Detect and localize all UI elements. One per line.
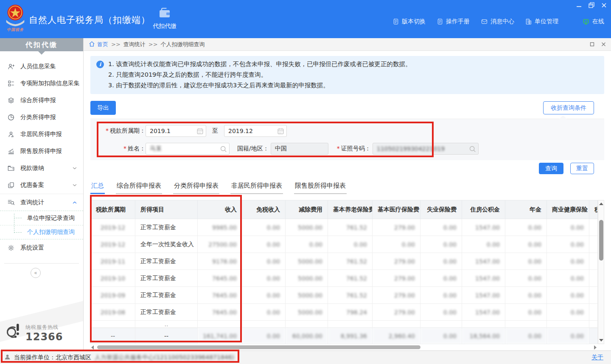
panel-maximize-icon[interactable]: [590, 42, 594, 47]
tab-2[interactable]: 分类所得申报表: [173, 182, 219, 194]
search-list-icon: [7, 199, 15, 206]
tab-4[interactable]: 限售股所得申报表: [294, 182, 347, 194]
panel-close-icon[interactable]: [601, 42, 606, 47]
minimize-icon[interactable]: [576, 3, 582, 8]
horizontal-scroll-thumb[interactable]: [97, 345, 420, 349]
result-tabs: 汇总综合所得申报表分类所得申报表非居民所得申报表限售股所得申报表: [90, 182, 604, 194]
table-row: ----161,741.000.0060,000.008,991.362,960…: [91, 328, 598, 344]
column-header: 所得项目: [135, 200, 198, 219]
search-icon[interactable]: [469, 145, 476, 153]
content-panel: i 1. 该查询统计表仅能查询已申报成功的数据，不包含未申报、申报失败，已申报但…: [84, 51, 611, 350]
about-link[interactable]: 关于: [591, 354, 603, 361]
header-link-message[interactable]: 消息中心: [481, 18, 514, 25]
column-header: 年金: [505, 200, 547, 219]
breadcrumb-item[interactable]: 查询统计: [123, 41, 146, 48]
cell-value: 9178.00: [198, 253, 242, 270]
headset-person-icon: [5, 322, 22, 345]
sidebar-item-preferential[interactable]: 优惠备案: [0, 177, 83, 194]
cell-value: 761.52: [328, 219, 373, 236]
vertical-scrollbar[interactable]: [598, 200, 604, 344]
cell-value: 5000.00: [286, 270, 328, 287]
notice-line-3: 3. 由于数据处理的滞后性，建议您在申报成功3天之后再来查询最新的申报数据。: [108, 80, 598, 91]
sidebar-submenu: 单位申报记录查询个人扣缴明细查询: [0, 211, 83, 239]
header-link-label: 消息中心: [490, 18, 514, 25]
sidebar-item-special-deduction[interactable]: 专项附加扣除信息采集: [0, 75, 83, 92]
cell-value: [373, 321, 420, 328]
hotline-number: 12366: [25, 331, 63, 343]
calendar-icon[interactable]: [196, 128, 204, 135]
export-button[interactable]: 导出: [90, 101, 116, 115]
cell-tail: [589, 287, 598, 304]
cell-period: 2019-12: [91, 236, 135, 253]
header-link-online[interactable]: 在线: [582, 18, 604, 25]
sidebar-item-classified[interactable]: 分类所得申报: [0, 109, 83, 126]
cell-value: 1547.00: [462, 270, 505, 287]
cell-value: 0.00: [505, 270, 547, 287]
scroll-down-icon[interactable]: [599, 339, 603, 342]
calendar-icon[interactable]: [277, 128, 284, 135]
scroll-right-icon[interactable]: [594, 345, 597, 350]
period-from-input[interactable]: 2019.1: [146, 125, 206, 137]
cell-value: [286, 321, 328, 328]
restore-icon[interactable]: [589, 2, 594, 8]
header-link-manual[interactable]: 操作手册: [437, 18, 470, 25]
cell-value: 0.00: [420, 236, 462, 253]
query-button[interactable]: 查询: [539, 163, 563, 174]
sidebar-collapse-button[interactable]: «: [31, 268, 41, 278]
search-icon[interactable]: [220, 145, 227, 153]
period-to-input[interactable]: 2019.12: [224, 125, 287, 137]
chevron-down-icon: [72, 183, 77, 188]
column-header: 收入: [198, 200, 242, 219]
name-input[interactable]: 马某: [146, 143, 230, 155]
reset-button[interactable]: 重置: [570, 163, 594, 174]
collapse-query-button[interactable]: 收折查询条件: [543, 101, 594, 114]
header-link-unit[interactable]: 单位管理: [525, 18, 558, 25]
id-number-input[interactable]: 110502199304221019: [373, 143, 479, 155]
hotline-block: 纳税服务热线 12366: [5, 322, 63, 345]
tab-1[interactable]: 综合所得申报表: [116, 182, 162, 194]
tab-3[interactable]: 非居民所得申报表: [230, 182, 283, 194]
panel-controls: [590, 42, 606, 47]
header-link-version[interactable]: 版本切换: [392, 18, 426, 25]
sidebar-item-tax-payment[interactable]: 税款缴纳: [0, 160, 83, 177]
sidebar-subitem-unit-record-query[interactable]: 单位申报记录查询: [0, 211, 83, 225]
column-header: 基本医疗保险费: [373, 200, 420, 219]
table-header-row: 税款所属期所得项目收入免税收入减除费用基本养老保险费基本医疗保险费失业保险费住房…: [91, 200, 598, 219]
scroll-left-icon[interactable]: [91, 345, 94, 350]
cell-value: 0.00: [242, 328, 286, 344]
cell-value: 0.00: [420, 287, 462, 304]
period-to-value: 2019.12: [228, 128, 253, 134]
cell-value: 5000.00: [286, 287, 328, 304]
close-icon[interactable]: [601, 3, 607, 8]
cell-tail: [589, 270, 598, 287]
sidebar-item-label: 税款缴纳: [20, 164, 44, 172]
sidebar-item-comprehensive[interactable]: 综合所得申报: [0, 92, 83, 109]
sidebar-item-query-stats[interactable]: 查询统计: [0, 194, 83, 211]
tab-summary[interactable]: 汇总: [90, 182, 105, 194]
sidebar-item-personnel[interactable]: 人员信息采集: [0, 58, 83, 75]
sidebar-item-label: 人员信息采集: [20, 63, 56, 70]
sidebar-item-settings[interactable]: 系统设置: [0, 239, 83, 256]
nationality-value: 中国: [275, 145, 287, 153]
breadcrumb-home[interactable]: 首页: [89, 41, 108, 48]
sidebar-item-nonresident[interactable]: 非居民所得申报: [0, 126, 83, 143]
column-header: 商业健康保险: [547, 200, 589, 219]
breadcrumb-item-current: 个人扣缴明细查询: [161, 41, 205, 48]
cell-item: --: [135, 328, 198, 344]
layers-icon: [7, 97, 15, 104]
cell-value: 7645.00: [198, 270, 242, 287]
scroll-up-icon[interactable]: [599, 203, 603, 205]
cell-period: [91, 321, 135, 328]
horizontal-scrollbar[interactable]: [90, 345, 597, 350]
cell-period: 2019-12: [91, 219, 135, 236]
chevron-down-icon: [72, 166, 77, 171]
cell-value: 0.00: [505, 304, 547, 321]
checklist-icon: [7, 80, 15, 87]
sidebar-item-restricted-stock[interactable]: 限售股所得申报: [0, 143, 83, 160]
vertical-scroll-thumb[interactable]: [599, 220, 603, 261]
sidebar-subitem-personal-detail-query[interactable]: 个人扣缴明细查询: [0, 225, 83, 239]
cell-value: 279.00: [373, 304, 420, 321]
module-tab-daikou[interactable]: 代扣代缴: [147, 7, 182, 30]
column-header: 减除费用: [286, 200, 328, 219]
building-icon: [525, 18, 532, 25]
